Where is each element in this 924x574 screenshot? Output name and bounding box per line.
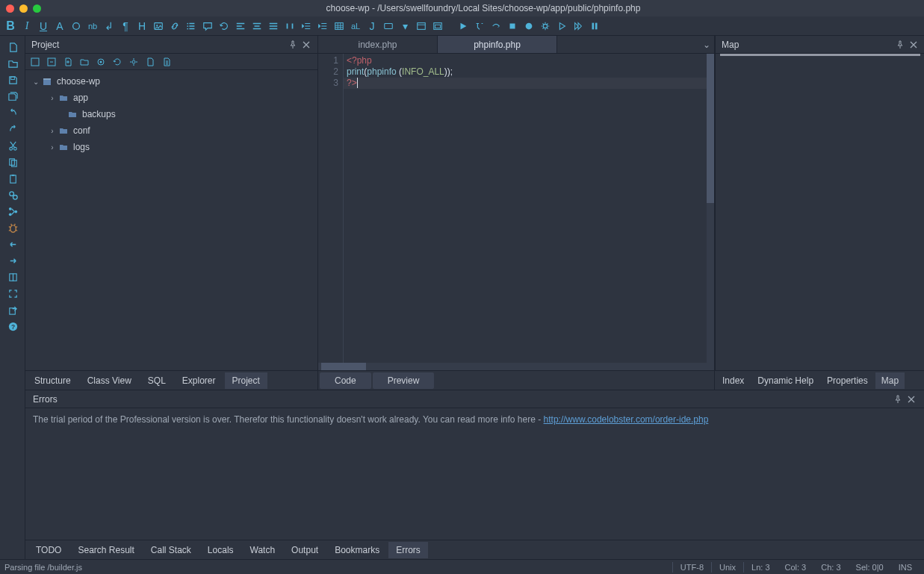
doc-icon[interactable] [160, 55, 173, 69]
chevron-down-icon[interactable]: ⌄ [31, 78, 40, 86]
close-panel-icon[interactable] [906, 394, 917, 405]
errors-link[interactable]: http://www.codelobster.com/order-ide.php [544, 414, 709, 425]
tab-dynamic-help[interactable]: Dynamic Help [751, 372, 819, 389]
close-window-button[interactable] [6, 4, 14, 13]
underline-button[interactable]: U [36, 19, 51, 34]
save-icon[interactable] [0, 72, 25, 88]
back-icon[interactable] [0, 236, 25, 252]
tab-bookmarks[interactable]: Bookmarks [327, 542, 387, 558]
tab-output[interactable]: Output [284, 542, 326, 558]
maximize-window-button[interactable] [33, 4, 41, 13]
tab-index[interactable]: Index [716, 372, 750, 389]
tab-map[interactable]: Map [875, 372, 905, 389]
horizontal-scroll-thumb[interactable] [321, 363, 366, 370]
open-folder-icon[interactable] [0, 55, 25, 72]
editor-horizontal-scrollbar[interactable] [318, 363, 714, 370]
step-in-button[interactable] [472, 19, 487, 34]
status-encoding[interactable]: UTF-8 [673, 563, 711, 572]
tabs-dropdown-icon[interactable]: ⌄ [699, 36, 714, 53]
bug-icon[interactable] [0, 219, 25, 236]
run-button[interactable] [282, 19, 297, 34]
step-over-button[interactable] [489, 19, 503, 34]
refresh-tree-icon[interactable] [111, 55, 124, 69]
breakpoint-button[interactable] [521, 19, 536, 34]
window-1-button[interactable] [414, 19, 429, 34]
image-button[interactable] [151, 19, 166, 34]
tab-preview[interactable]: Preview [373, 372, 435, 389]
pause-button[interactable] [587, 19, 602, 34]
chevron-right-icon[interactable]: › [48, 127, 57, 135]
align-justify-button[interactable] [266, 19, 281, 34]
tab-explorer[interactable]: Explorer [175, 372, 223, 389]
copy-icon[interactable] [0, 154, 25, 170]
expand-all-icon[interactable] [28, 55, 42, 69]
tree-root[interactable]: ⌄ choose-wp [25, 73, 317, 90]
heading-button[interactable]: H [134, 19, 149, 34]
undo-icon[interactable] [0, 104, 25, 121]
list-button[interactable] [184, 19, 199, 34]
export-icon[interactable] [0, 302, 25, 318]
align-center-button[interactable] [249, 19, 264, 34]
add-folder-icon[interactable] [78, 55, 91, 69]
close-panel-icon[interactable] [908, 40, 919, 50]
outdent-button[interactable] [299, 19, 314, 34]
stop-button[interactable] [505, 19, 520, 34]
tab-sql[interactable]: SQL [140, 372, 173, 389]
tab-project[interactable]: Project [225, 372, 267, 389]
j-button[interactable]: J [365, 19, 379, 34]
redo-icon[interactable] [0, 121, 25, 137]
fast-forward-button[interactable] [571, 19, 586, 34]
lowercase-button[interactable]: aL [348, 19, 363, 34]
tab-call-stack[interactable]: Call Stack [143, 542, 199, 558]
tree-item-conf[interactable]: › conf [25, 122, 317, 139]
shape-tool-button[interactable] [69, 19, 84, 34]
play-outline-button[interactable] [554, 19, 569, 34]
tab-properties[interactable]: Properties [821, 372, 874, 389]
forward-icon[interactable] [0, 252, 25, 269]
code-content[interactable]: <?php print(phpinfo (INFO_ALL)); ?> [344, 54, 714, 370]
tree-view-icon[interactable] [0, 203, 25, 219]
file-tree[interactable]: ⌄ choose-wp › app backups [25, 70, 317, 370]
status-eol[interactable]: Unix [712, 563, 743, 572]
table-button[interactable] [332, 19, 347, 34]
tab-errors[interactable]: Errors [388, 542, 428, 558]
editor-tab-index[interactable]: index.php [318, 36, 438, 53]
debug-run-button[interactable] [456, 19, 471, 34]
settings-tree-icon[interactable] [127, 55, 140, 69]
text-tool-button[interactable]: A [52, 19, 67, 34]
pin-icon[interactable] [893, 394, 903, 405]
tab-locals[interactable]: Locals [200, 542, 241, 558]
link-button[interactable] [167, 19, 182, 34]
tab-class-view[interactable]: Class View [80, 372, 139, 389]
file-icon[interactable] [143, 55, 157, 69]
add-file-icon[interactable] [61, 55, 75, 69]
function-button[interactable] [381, 19, 396, 34]
line-break-button[interactable]: ↲ [102, 19, 117, 34]
tree-item-logs[interactable]: › logs [25, 139, 317, 155]
paste-icon[interactable] [0, 170, 25, 187]
help-icon[interactable]: ? [0, 318, 25, 334]
cut-icon[interactable] [0, 137, 25, 154]
vertical-scroll-thumb[interactable] [707, 54, 714, 203]
nbsp-button[interactable]: nb [85, 19, 100, 34]
tree-item-backups[interactable]: backups [25, 106, 317, 122]
italic-button[interactable]: I [19, 19, 34, 34]
new-file-icon[interactable] [0, 39, 25, 55]
comment-button[interactable] [200, 19, 215, 34]
book-icon[interactable] [0, 269, 25, 285]
bold-button[interactable]: B [3, 19, 18, 34]
editor-vertical-scrollbar[interactable] [707, 54, 714, 363]
dropdown-1-button[interactable]: ▾ [397, 19, 412, 34]
chevron-right-icon[interactable]: › [48, 143, 57, 152]
gear-button[interactable] [538, 19, 553, 34]
paragraph-button[interactable]: ¶ [118, 19, 133, 34]
editor-body[interactable]: 1 2 3 <?php print(phpinfo (INFO_ALL)); ?… [318, 54, 714, 370]
pin-icon[interactable] [895, 40, 905, 50]
window-2-button[interactable] [430, 19, 445, 34]
indent-button[interactable] [315, 19, 330, 34]
save-all-icon[interactable] [0, 88, 25, 104]
fullscreen-icon[interactable] [0, 285, 25, 302]
tab-search-result[interactable]: Search Result [70, 542, 141, 558]
minimize-window-button[interactable] [19, 4, 28, 13]
refresh-button[interactable] [217, 19, 232, 34]
